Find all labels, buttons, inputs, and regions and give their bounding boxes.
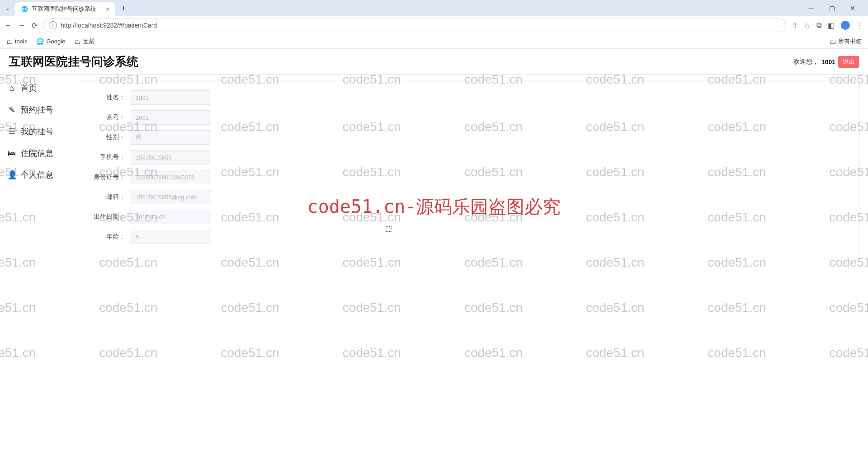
label-account: 账号： [89, 113, 130, 122]
label-gender: 性别： [89, 133, 130, 141]
sidebar-item-appointment[interactable]: ✎ 预约挂号 [0, 99, 78, 121]
bookmark-label: 宝藏 [83, 38, 94, 46]
divider [824, 38, 824, 46]
bookmark-google[interactable]: 🌐 Google [36, 38, 65, 45]
content-area: 姓名： 账号： 性别： 手机号： 身份证号： 邮箱： [78, 75, 868, 470]
form-row-age: 年龄： [89, 227, 849, 247]
sidebar-item-label: 住院信息 [21, 148, 53, 159]
browser-chrome: ⌄ 🌐 互联网医院挂号问诊系统 × + — ▢ ✕ ← → ⟳ i http:/… [0, 0, 868, 49]
username-text: 1001 [821, 58, 835, 66]
url-text: http://localhost:9282/#/patientCard [61, 22, 157, 29]
sidebar-item-label: 预约挂号 [21, 104, 53, 115]
url-box[interactable]: i http://localhost:9282/#/patientCard [43, 19, 786, 32]
site-info-icon[interactable]: i [49, 21, 57, 29]
form-row-birthdate: 出生日期： [89, 207, 849, 227]
minimize-icon[interactable]: — [805, 5, 817, 12]
input-birthdate [130, 210, 211, 224]
profile-icon[interactable] [841, 21, 850, 30]
browser-tab[interactable]: 🌐 互联网医院挂号问诊系统 × [15, 2, 115, 16]
tabs-dropdown-icon[interactable]: ⌄ [4, 5, 12, 11]
close-icon[interactable]: × [106, 5, 109, 13]
new-tab-button[interactable]: + [118, 4, 129, 13]
sidebar-item-profile[interactable]: 👤 个人信息 [0, 164, 78, 186]
input-email [130, 190, 211, 204]
input-name [130, 90, 211, 105]
welcome-text: 欢迎您， [793, 58, 819, 66]
home-icon: ⌂ [7, 84, 16, 93]
form-row-gender: 性别： [89, 127, 849, 147]
bookmark-label: Google [46, 38, 65, 45]
label-age: 年龄： [89, 233, 130, 241]
maximize-icon[interactable]: ▢ [826, 5, 838, 12]
share-icon[interactable]: ⇪ [792, 21, 797, 30]
all-bookmarks[interactable]: 🗀 所有书签 [830, 38, 862, 46]
sidebar-item-home[interactable]: ⌂ 首页 [0, 77, 78, 99]
input-age [130, 230, 211, 244]
tab-strip: ⌄ 🌐 互联网医院挂号问诊系统 × + — ▢ ✕ [0, 0, 868, 16]
sidebar: ⌂ 首页 ✎ 预约挂号 ☰ 我的挂号 🛏 住院信息 👤 个人信息 [0, 75, 78, 470]
address-bar: ← → ⟳ i http://localhost:9282/#/patientC… [0, 16, 868, 34]
input-account [130, 110, 211, 125]
globe-icon: 🌐 [36, 38, 44, 45]
bookmark-tools[interactable]: 🗀 tools [6, 38, 27, 45]
form-row-idcard: 身份证号： [89, 167, 849, 187]
app-body: ⌂ 首页 ✎ 预约挂号 ☰ 我的挂号 🛏 住院信息 👤 个人信息 姓名： 账号： [0, 75, 868, 470]
app-header: 互联网医院挂号问诊系统 欢迎您， 1001 退出 [0, 49, 868, 75]
extensions-icon[interactable]: ⧉ [816, 21, 821, 29]
form-row-account: 账号： [89, 108, 849, 127]
folder-icon: 🗀 [830, 38, 836, 45]
close-window-icon[interactable]: ✕ [846, 5, 859, 12]
form-row-phone: 手机号： [89, 147, 849, 167]
bookmark-label: tools [15, 38, 27, 45]
profile-card: 姓名： 账号： 性别： 手机号： 身份证号： 邮箱： [78, 80, 860, 258]
nav-icons: ← → ⟳ [5, 21, 38, 30]
all-bookmarks-label: 所有书签 [838, 38, 862, 46]
kebab-menu-icon[interactable]: ⋮ [856, 21, 863, 30]
toolbar-right-icons: ⇪ ☆ ⧉ ◧ ⋮ [792, 21, 863, 30]
form-row-name: 姓名： [89, 88, 849, 108]
header-right: 欢迎您， 1001 退出 [793, 56, 859, 68]
bed-icon: 🛏 [7, 149, 16, 158]
sidebar-item-label: 首页 [21, 83, 37, 94]
folder-icon: 🗀 [74, 38, 80, 45]
form-row-email: 邮箱： [89, 187, 849, 207]
list-icon: ☰ [7, 127, 16, 136]
sidebar-item-inpatient[interactable]: 🛏 住院信息 [0, 142, 78, 164]
label-birthdate: 出生日期： [89, 213, 130, 221]
user-icon: 👤 [7, 170, 16, 180]
globe-icon: 🌐 [21, 5, 28, 13]
sidebar-item-my-registrations[interactable]: ☰ 我的挂号 [0, 121, 78, 142]
label-name: 姓名： [89, 94, 130, 102]
label-email: 邮箱： [89, 193, 130, 201]
sidebar-item-label: 我的挂号 [21, 126, 53, 137]
bookmark-treasure[interactable]: 🗀 宝藏 [74, 38, 94, 46]
sidebar-item-label: 个人信息 [21, 169, 53, 180]
edit-icon: ✎ [7, 105, 16, 115]
label-phone: 手机号： [89, 153, 130, 161]
app-title: 互联网医院挂号问诊系统 [9, 54, 138, 70]
tab-title: 互联网医院挂号问诊系统 [32, 5, 96, 13]
bookmarks-bar: 🗀 tools 🌐 Google 🗀 宝藏 🗀 所有书签 [0, 34, 868, 49]
star-icon[interactable]: ☆ [804, 21, 810, 30]
label-idcard: 身份证号： [89, 173, 130, 181]
input-idcard [130, 170, 211, 184]
window-controls: — ▢ ✕ [805, 5, 864, 12]
side-panel-icon[interactable]: ◧ [828, 21, 835, 30]
forward-icon[interactable]: → [18, 21, 25, 30]
input-gender [130, 130, 211, 145]
back-icon[interactable]: ← [5, 21, 12, 30]
folder-icon: 🗀 [6, 38, 13, 45]
logout-button[interactable]: 退出 [838, 56, 859, 68]
input-phone [130, 150, 211, 164]
reload-icon[interactable]: ⟳ [32, 21, 38, 30]
